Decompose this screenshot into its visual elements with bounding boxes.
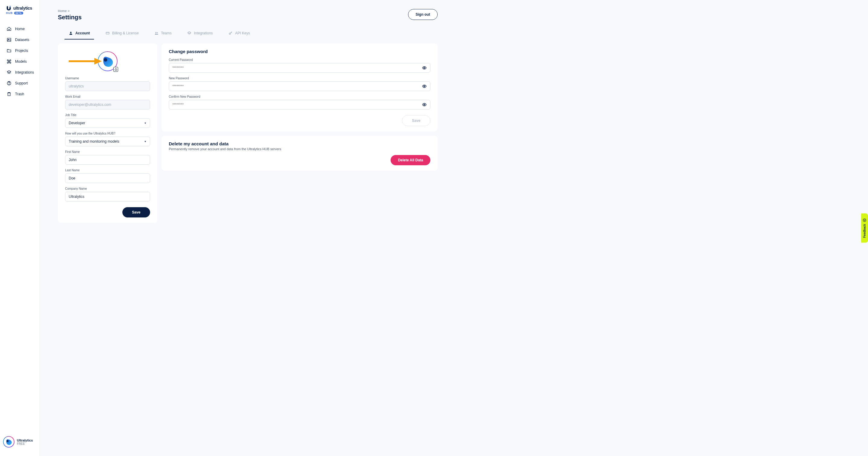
tab-billing[interactable]: Billing & License [98,27,147,39]
sidebar-item-label: Projects [15,49,28,53]
save-password-button[interactable]: Save [402,115,430,126]
sidebar-item-trash[interactable]: Trash [0,89,39,99]
svg-point-10 [157,32,158,33]
svg-rect-7 [106,32,110,34]
key-icon [228,31,233,35]
layers-icon [7,70,11,75]
svg-point-4 [9,84,9,84]
lastname-label: Last Name [65,169,150,172]
sidebar-item-models[interactable]: Models [0,56,39,67]
eye-icon[interactable] [422,102,427,107]
sidebar-item-label: Home [15,27,25,31]
profile-card: Username Work Email Job Title ▼ How will… [58,44,157,223]
image-icon [7,37,11,42]
usage-label: How will you use the Ultralytics HUB? [65,132,150,135]
signout-button[interactable]: Sign out [408,9,438,20]
jobtitle-select[interactable] [65,118,150,128]
svg-point-9 [156,32,157,33]
email-input[interactable] [65,100,150,110]
sidebar-item-integrations[interactable]: Integrations [0,67,39,78]
beta-badge: BETA [14,12,24,15]
breadcrumb: Home > [58,9,82,13]
username-input[interactable] [65,81,150,91]
svg-point-15 [424,86,425,87]
new-password-input[interactable] [169,81,430,91]
company-label: Company Name [65,187,150,190]
card-icon [105,31,110,35]
help-icon [7,81,11,86]
confirm-password-input[interactable] [169,100,430,110]
current-password-label: Current Password [169,58,430,61]
layers-icon [187,31,191,35]
delete-button[interactable]: Delete All Data [391,155,430,165]
delete-desc: Permanently remove your account and data… [169,147,430,151]
tab-label: API Keys [235,31,250,35]
tab-label: Integrations [194,31,213,35]
page-title: Settings [58,14,82,21]
svg-marker-18 [94,58,102,64]
tab-integrations[interactable]: Integrations [179,27,221,39]
tabs: Account Billing & License Teams Integrat… [58,27,438,40]
main: Home > Settings Sign out Account Billing… [40,0,456,228]
folder-icon [7,48,11,53]
nav: Home Datasets Projects Models Integratio… [0,21,39,228]
current-password-input[interactable] [169,63,430,73]
svg-rect-13 [115,69,117,70]
sidebar-item-label: Models [15,59,27,64]
sidebar-item-label: Support [15,81,28,85]
password-title: Change password [169,49,430,54]
sidebar-item-label: Trash [15,92,24,96]
tab-account[interactable]: Account [61,27,98,39]
logo-area[interactable]: ultralytics HUB BETA [0,5,39,21]
sidebar-item-label: Integrations [15,70,34,75]
confirm-password-label: Confirm New Password [169,95,430,98]
sidebar-item-projects[interactable]: Projects [0,45,39,56]
svg-point-16 [424,104,425,105]
trash-icon [7,92,11,96]
sidebar: ultralytics HUB BETA Home Datasets Proje… [0,0,40,228]
email-label: Work Email [65,95,150,98]
username-label: Username [65,77,150,80]
eye-icon[interactable] [422,84,427,89]
upload-avatar-icon[interactable] [113,67,118,72]
firstname-label: First Name [65,150,150,153]
sidebar-item-support[interactable]: Support [0,78,39,89]
company-input[interactable] [65,192,150,201]
tab-label: Billing & License [112,31,138,35]
save-profile-button[interactable]: Save [122,207,150,218]
breadcrumb-home[interactable]: Home [58,9,67,13]
tab-teams[interactable]: Teams [147,27,179,39]
firstname-input[interactable] [65,155,150,165]
svg-point-0 [10,6,10,7]
lastname-input[interactable] [65,173,150,183]
delete-title: Delete my account and data [169,141,430,146]
command-icon [7,59,11,64]
eye-icon[interactable] [422,65,427,70]
hub-text: HUB [6,11,13,15]
new-password-label: New Password [169,77,430,80]
ultralytics-logo-icon [6,5,11,11]
sidebar-item-home[interactable]: Home [0,24,39,34]
tab-apikeys[interactable]: API Keys [221,27,258,39]
svg-point-11 [229,33,230,34]
home-icon [7,27,11,31]
brand-name: ultralytics [13,6,32,10]
sidebar-item-datasets[interactable]: Datasets [0,34,39,45]
breadcrumb-sep: > [67,9,69,13]
tab-label: Account [75,31,90,35]
usage-select[interactable] [65,137,150,146]
jobtitle-label: Job Title [65,113,150,117]
person-icon [69,31,73,35]
password-card: Change password Current Password New Pas… [161,44,438,132]
annotation-arrow [69,57,102,65]
sidebar-item-label: Datasets [15,38,29,42]
svg-point-14 [424,67,425,68]
tab-label: Teams [161,31,172,35]
svg-point-6 [70,32,72,33]
delete-card: Delete my account and data Permanently r… [161,136,438,171]
svg-point-12 [104,58,107,62]
team-icon [154,31,158,35]
